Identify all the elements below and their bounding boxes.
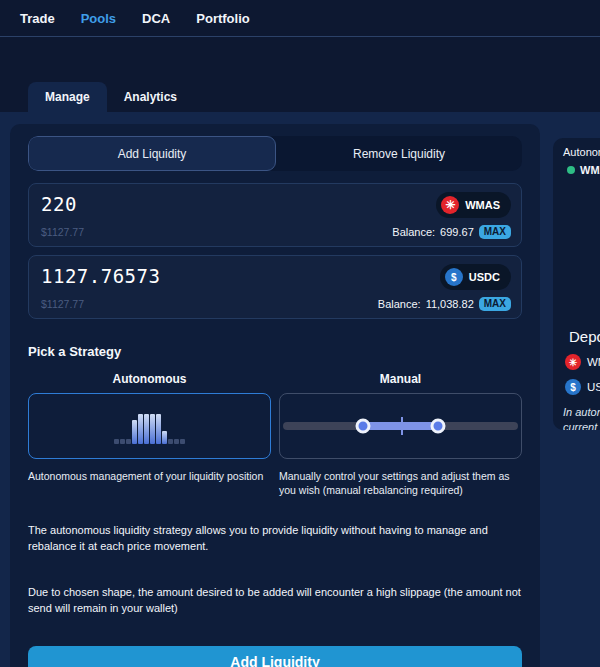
usdc-amount-input[interactable]: 1127.76573 xyxy=(41,265,509,287)
nav-item-dca[interactable]: DCA xyxy=(142,11,170,26)
autonomous-heading: Autonomous xyxy=(28,372,271,386)
strategy-headings: Autonomous Manual xyxy=(28,372,522,386)
slider-handle-right[interactable] xyxy=(431,419,446,434)
autonomous-description: Autonomous management of your liquidity … xyxy=(28,469,271,497)
balance-value: 11,038.82 xyxy=(426,298,474,310)
token-label: WMAS xyxy=(465,199,500,211)
autonomous-strategy-card[interactable] xyxy=(28,393,271,459)
autonomous-note: In autonomous strategy, the current pric… xyxy=(563,405,600,430)
tab-manage[interactable]: Manage xyxy=(28,82,107,112)
tab-analytics[interactable]: Analytics xyxy=(107,82,194,112)
usdc-usd-value: $1127.77 xyxy=(41,298,84,310)
balance-label: Balance: xyxy=(378,298,421,310)
amount-card-usdc: 1127.76573 $1127.77 $ USDC Balance: 11,0… xyxy=(28,255,522,319)
deposit-title: Deposit xyxy=(569,328,600,345)
strategy-section-title: Pick a Strategy xyxy=(28,344,522,359)
nav-item-pools[interactable]: Pools xyxy=(81,11,116,26)
manage-card: Add Liquidity Remove Liquidity 220 $1127… xyxy=(10,124,540,667)
balance-label: Balance: xyxy=(392,226,435,238)
nav-item-portfolio[interactable]: Portfolio xyxy=(196,11,249,26)
liquidity-shape-chart xyxy=(114,414,185,444)
pool-tabs: Manage Analytics xyxy=(28,84,194,112)
top-nav: Trade Pools DCA Portfolio xyxy=(0,0,600,37)
massa-gear-icon: ✳ xyxy=(565,354,581,370)
usdc-dollar-icon: $ xyxy=(445,268,463,286)
position-preview-card: Autonomous WMAS Deposit ✳ WMAS $ USDC In… xyxy=(553,138,600,430)
pool-panel: Add Liquidity Remove Liquidity 220 $1127… xyxy=(0,112,600,667)
wmas-max-button[interactable]: MAX xyxy=(479,225,511,239)
side-legend-wmas: WMAS xyxy=(567,164,600,176)
usdc-token-selector[interactable]: $ USDC xyxy=(440,264,511,290)
manual-heading: Manual xyxy=(279,372,522,386)
deposit-token-label: USDC xyxy=(587,381,600,393)
side-strategy-label: Autonomous xyxy=(563,146,600,158)
usdc-max-button[interactable]: MAX xyxy=(479,297,511,311)
massa-gear-icon: ✳ xyxy=(441,196,459,214)
usdc-balance-row: Balance: 11,038.82 MAX xyxy=(378,297,511,311)
slider-handle-left[interactable] xyxy=(355,419,370,434)
liquidity-mode-toggle: Add Liquidity Remove Liquidity xyxy=(28,136,522,171)
green-dot-icon xyxy=(567,166,575,174)
strategy-descriptions: Autonomous management of your liquidity … xyxy=(28,469,522,497)
deposit-token-wmas: ✳ WMAS xyxy=(565,354,600,370)
manual-strategy-card[interactable] xyxy=(279,393,522,459)
add-liquidity-button[interactable]: Add Liquidity xyxy=(28,646,522,667)
autonomous-info-paragraph: The autonomous liquidity strategy allows… xyxy=(28,523,522,554)
nav-item-trade[interactable]: Trade xyxy=(20,11,55,26)
legend-label: WMAS xyxy=(580,164,600,176)
add-liquidity-toggle[interactable]: Add Liquidity xyxy=(28,136,276,171)
slippage-warning-paragraph: Due to chosen shape, the amount desired … xyxy=(28,585,522,616)
token-label: USDC xyxy=(469,271,500,283)
manual-description: Manually control your settings and adjus… xyxy=(279,469,522,497)
deposit-token-label: WMAS xyxy=(587,356,600,368)
wmas-usd-value: $1127.77 xyxy=(41,226,84,238)
note-line-1: In autonomous strategy, the xyxy=(563,405,600,420)
deposit-token-usdc: $ USDC xyxy=(565,379,600,395)
slider-center-tick xyxy=(401,417,403,435)
strategy-cards xyxy=(28,393,522,459)
amount-card-wmas: 220 $1127.77 ✳ WMAS Balance: 699.67 MAX xyxy=(28,183,522,247)
balance-value: 699.67 xyxy=(440,226,474,238)
wmas-token-selector[interactable]: ✳ WMAS xyxy=(436,192,511,218)
price-range-slider xyxy=(283,422,518,430)
wmas-balance-row: Balance: 699.67 MAX xyxy=(392,225,511,239)
usdc-dollar-icon: $ xyxy=(565,379,581,395)
remove-liquidity-toggle[interactable]: Remove Liquidity xyxy=(276,136,522,171)
note-line-2: current price is used xyxy=(563,420,600,430)
